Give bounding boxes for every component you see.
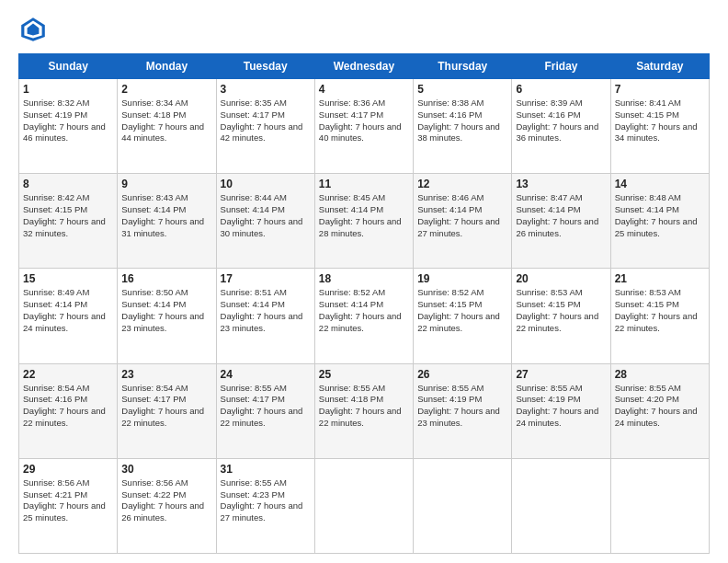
day-number: 28: [615, 368, 705, 381]
logo: [18, 15, 51, 44]
calendar-header-row: SundayMondayTuesdayWednesdayThursdayFrid…: [19, 54, 710, 79]
calendar-cell: 29Sunrise: 8:56 AM Sunset: 4:21 PM Dayli…: [19, 458, 118, 553]
day-info: Sunrise: 8:47 AM Sunset: 4:14 PM Dayligh…: [516, 192, 606, 239]
day-number: 7: [615, 83, 705, 96]
day-number: 10: [221, 178, 311, 190]
calendar-cell: 4Sunrise: 8:36 AM Sunset: 4:17 PM Daylig…: [314, 79, 413, 174]
calendar-cell: 30Sunrise: 8:56 AM Sunset: 4:22 PM Dayli…: [118, 458, 216, 553]
day-number: 16: [121, 272, 211, 285]
calendar-cell: 23Sunrise: 8:54 AM Sunset: 4:17 PM Dayli…: [118, 363, 216, 458]
day-number: 31: [221, 463, 311, 476]
day-header-wednesday: Wednesday: [314, 54, 413, 79]
calendar-cell: 1Sunrise: 8:32 AM Sunset: 4:19 PM Daylig…: [19, 79, 118, 174]
day-info: Sunrise: 8:45 AM Sunset: 4:14 PM Dayligh…: [319, 192, 409, 239]
calendar-cell: 26Sunrise: 8:55 AM Sunset: 4:19 PM Dayli…: [414, 363, 512, 458]
calendar-week-row: 1Sunrise: 8:32 AM Sunset: 4:19 PM Daylig…: [19, 79, 710, 174]
day-info: Sunrise: 8:39 AM Sunset: 4:16 PM Dayligh…: [516, 98, 606, 144]
day-header-monday: Monday: [118, 54, 216, 79]
day-info: Sunrise: 8:53 AM Sunset: 4:15 PM Dayligh…: [516, 287, 606, 334]
calendar-table: SundayMondayTuesdayWednesdayThursdayFrid…: [18, 53, 710, 554]
calendar-cell: 17Sunrise: 8:51 AM Sunset: 4:14 PM Dayli…: [216, 269, 314, 363]
day-number: 20: [516, 272, 606, 285]
day-info: Sunrise: 8:55 AM Sunset: 4:18 PM Dayligh…: [319, 383, 409, 430]
day-info: Sunrise: 8:38 AM Sunset: 4:16 PM Dayligh…: [417, 98, 507, 144]
day-header-friday: Friday: [512, 54, 610, 79]
day-info: Sunrise: 8:55 AM Sunset: 4:20 PM Dayligh…: [615, 383, 705, 430]
day-number: 13: [516, 178, 606, 190]
day-number: 9: [121, 178, 211, 190]
page: SundayMondayTuesdayWednesdayThursdayFrid…: [0, 0, 728, 563]
day-number: 30: [121, 463, 211, 476]
calendar-cell: 24Sunrise: 8:55 AM Sunset: 4:17 PM Dayli…: [216, 363, 314, 458]
calendar-cell: 19Sunrise: 8:52 AM Sunset: 4:15 PM Dayli…: [414, 269, 512, 363]
day-number: 25: [319, 368, 409, 381]
day-info: Sunrise: 8:48 AM Sunset: 4:14 PM Dayligh…: [615, 192, 705, 239]
day-info: Sunrise: 8:56 AM Sunset: 4:22 PM Dayligh…: [121, 477, 211, 524]
day-header-saturday: Saturday: [610, 54, 709, 79]
day-number: 3: [221, 83, 311, 96]
day-info: Sunrise: 8:55 AM Sunset: 4:23 PM Dayligh…: [221, 477, 311, 524]
calendar-cell: 22Sunrise: 8:54 AM Sunset: 4:16 PM Dayli…: [19, 363, 118, 458]
day-number: 5: [417, 83, 507, 96]
calendar-cell: [414, 458, 512, 553]
day-info: Sunrise: 8:54 AM Sunset: 4:16 PM Dayligh…: [23, 383, 113, 430]
day-info: Sunrise: 8:55 AM Sunset: 4:17 PM Dayligh…: [221, 383, 311, 430]
calendar-cell: 28Sunrise: 8:55 AM Sunset: 4:20 PM Dayli…: [610, 363, 709, 458]
day-info: Sunrise: 8:35 AM Sunset: 4:17 PM Dayligh…: [221, 98, 311, 144]
calendar-cell: 2Sunrise: 8:34 AM Sunset: 4:18 PM Daylig…: [118, 79, 216, 174]
calendar-cell: 6Sunrise: 8:39 AM Sunset: 4:16 PM Daylig…: [512, 79, 610, 174]
calendar-cell: 11Sunrise: 8:45 AM Sunset: 4:14 PM Dayli…: [314, 174, 413, 269]
day-info: Sunrise: 8:43 AM Sunset: 4:14 PM Dayligh…: [121, 192, 211, 239]
calendar-cell: 21Sunrise: 8:53 AM Sunset: 4:15 PM Dayli…: [610, 269, 709, 363]
calendar-cell: [610, 458, 709, 553]
day-info: Sunrise: 8:52 AM Sunset: 4:15 PM Dayligh…: [417, 287, 507, 334]
calendar-week-row: 29Sunrise: 8:56 AM Sunset: 4:21 PM Dayli…: [19, 458, 710, 553]
day-number: 1: [23, 83, 113, 96]
day-number: 18: [319, 272, 409, 285]
day-number: 11: [319, 178, 409, 190]
day-number: 29: [23, 463, 113, 476]
calendar-cell: 10Sunrise: 8:44 AM Sunset: 4:14 PM Dayli…: [216, 174, 314, 269]
day-info: Sunrise: 8:55 AM Sunset: 4:19 PM Dayligh…: [516, 383, 606, 430]
day-header-sunday: Sunday: [19, 54, 118, 79]
calendar-cell: 20Sunrise: 8:53 AM Sunset: 4:15 PM Dayli…: [512, 269, 610, 363]
day-info: Sunrise: 8:51 AM Sunset: 4:14 PM Dayligh…: [221, 287, 311, 334]
calendar-cell: 31Sunrise: 8:55 AM Sunset: 4:23 PM Dayli…: [216, 458, 314, 553]
day-info: Sunrise: 8:36 AM Sunset: 4:17 PM Dayligh…: [319, 98, 409, 144]
day-number: 8: [23, 178, 113, 190]
day-number: 24: [221, 368, 311, 381]
day-info: Sunrise: 8:53 AM Sunset: 4:15 PM Dayligh…: [615, 287, 705, 334]
day-number: 22: [23, 368, 113, 381]
day-number: 19: [417, 272, 507, 285]
calendar-cell: 16Sunrise: 8:50 AM Sunset: 4:14 PM Dayli…: [118, 269, 216, 363]
day-info: Sunrise: 8:32 AM Sunset: 4:19 PM Dayligh…: [23, 98, 113, 144]
day-number: 14: [615, 178, 705, 190]
calendar-week-row: 15Sunrise: 8:49 AM Sunset: 4:14 PM Dayli…: [19, 269, 710, 363]
day-header-tuesday: Tuesday: [216, 54, 314, 79]
day-number: 21: [615, 272, 705, 285]
day-number: 15: [23, 272, 113, 285]
calendar-cell: [314, 458, 413, 553]
calendar-cell: 9Sunrise: 8:43 AM Sunset: 4:14 PM Daylig…: [118, 174, 216, 269]
day-number: 26: [417, 368, 507, 381]
day-header-thursday: Thursday: [414, 54, 512, 79]
day-info: Sunrise: 8:49 AM Sunset: 4:14 PM Dayligh…: [23, 287, 113, 334]
day-number: 6: [516, 83, 606, 96]
calendar-cell: 15Sunrise: 8:49 AM Sunset: 4:14 PM Dayli…: [19, 269, 118, 363]
day-info: Sunrise: 8:56 AM Sunset: 4:21 PM Dayligh…: [23, 477, 113, 524]
day-info: Sunrise: 8:55 AM Sunset: 4:19 PM Dayligh…: [417, 383, 507, 430]
day-info: Sunrise: 8:54 AM Sunset: 4:17 PM Dayligh…: [121, 383, 211, 430]
logo-icon: [18, 15, 48, 44]
day-info: Sunrise: 8:50 AM Sunset: 4:14 PM Dayligh…: [121, 287, 211, 334]
day-info: Sunrise: 8:52 AM Sunset: 4:14 PM Dayligh…: [319, 287, 409, 334]
calendar-cell: 18Sunrise: 8:52 AM Sunset: 4:14 PM Dayli…: [314, 269, 413, 363]
calendar-cell: 3Sunrise: 8:35 AM Sunset: 4:17 PM Daylig…: [216, 79, 314, 174]
header: [18, 15, 710, 44]
day-number: 27: [516, 368, 606, 381]
day-number: 23: [121, 368, 211, 381]
day-info: Sunrise: 8:41 AM Sunset: 4:15 PM Dayligh…: [615, 98, 705, 144]
calendar-cell: 8Sunrise: 8:42 AM Sunset: 4:15 PM Daylig…: [19, 174, 118, 269]
day-info: Sunrise: 8:46 AM Sunset: 4:14 PM Dayligh…: [417, 192, 507, 239]
calendar-cell: 27Sunrise: 8:55 AM Sunset: 4:19 PM Dayli…: [512, 363, 610, 458]
calendar-cell: [512, 458, 610, 553]
